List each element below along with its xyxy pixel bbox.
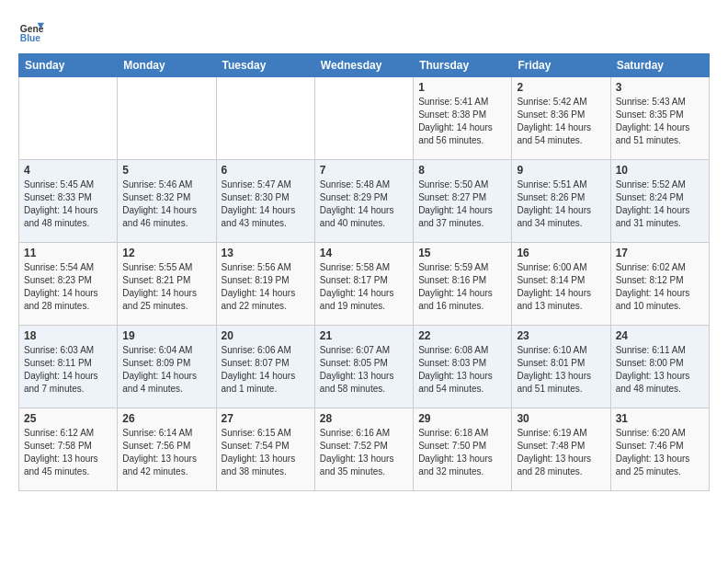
- day-number: 28: [320, 412, 408, 425]
- day-of-week-header: Thursday: [414, 54, 512, 77]
- calendar-cell: 29Sunrise: 6:18 AMSunset: 7:50 PMDayligh…: [414, 408, 512, 491]
- day-info: Sunrise: 5:52 AMSunset: 8:24 PMDaylight:…: [616, 178, 704, 230]
- day-of-week-header: Friday: [512, 54, 610, 77]
- day-info: Sunrise: 6:12 AMSunset: 7:58 PMDaylight:…: [24, 427, 112, 478]
- day-number: 21: [320, 329, 408, 342]
- day-info: Sunrise: 5:43 AMSunset: 8:35 PMDaylight:…: [616, 96, 704, 147]
- day-info: Sunrise: 5:46 AMSunset: 8:32 PMDaylight:…: [122, 178, 210, 230]
- calendar-cell: 9Sunrise: 5:51 AMSunset: 8:26 PMDaylight…: [512, 160, 610, 243]
- day-number: 10: [616, 164, 704, 177]
- day-of-week-header: Wednesday: [314, 54, 413, 77]
- day-info: Sunrise: 5:59 AMSunset: 8:16 PMDaylight:…: [418, 261, 506, 313]
- day-number: 14: [320, 247, 408, 259]
- calendar-week-row: 1Sunrise: 5:41 AMSunset: 8:38 PMDaylight…: [19, 77, 710, 160]
- day-info: Sunrise: 6:14 AMSunset: 7:56 PMDaylight:…: [122, 427, 210, 478]
- calendar-cell: 25Sunrise: 6:12 AMSunset: 7:58 PMDayligh…: [19, 408, 118, 491]
- calendar-header: SundayMondayTuesdayWednesdayThursdayFrid…: [19, 54, 710, 77]
- day-number: 29: [418, 412, 506, 425]
- calendar-cell: 12Sunrise: 5:55 AMSunset: 8:21 PMDayligh…: [118, 243, 216, 326]
- day-info: Sunrise: 5:51 AMSunset: 8:26 PMDaylight:…: [517, 178, 605, 230]
- day-info: Sunrise: 6:02 AMSunset: 8:12 PMDaylight:…: [616, 261, 704, 313]
- day-number: 6: [222, 164, 310, 177]
- calendar-cell: 22Sunrise: 6:08 AMSunset: 8:03 PMDayligh…: [414, 326, 512, 408]
- calendar-cell: 6Sunrise: 5:47 AMSunset: 8:30 PMDaylight…: [216, 160, 314, 243]
- day-info: Sunrise: 6:19 AMSunset: 7:48 PMDaylight:…: [517, 427, 605, 478]
- day-number: 15: [418, 247, 506, 259]
- calendar-cell: 28Sunrise: 6:16 AMSunset: 7:52 PMDayligh…: [314, 408, 413, 491]
- day-number: 24: [616, 329, 704, 342]
- day-number: 23: [517, 329, 605, 342]
- day-number: 11: [24, 247, 112, 259]
- day-info: Sunrise: 5:50 AMSunset: 8:27 PMDaylight:…: [418, 178, 506, 230]
- calendar-cell: 2Sunrise: 5:42 AMSunset: 8:36 PMDaylight…: [512, 77, 610, 160]
- day-number: 22: [418, 329, 506, 342]
- calendar-cell: 15Sunrise: 5:59 AMSunset: 8:16 PMDayligh…: [414, 243, 512, 326]
- calendar-cell: 11Sunrise: 5:54 AMSunset: 8:23 PMDayligh…: [19, 243, 118, 326]
- day-number: 17: [616, 247, 704, 259]
- day-info: Sunrise: 6:08 AMSunset: 8:03 PMDaylight:…: [418, 344, 506, 396]
- day-info: Sunrise: 5:45 AMSunset: 8:33 PMDaylight:…: [24, 178, 112, 230]
- calendar-cell: 20Sunrise: 6:06 AMSunset: 8:07 PMDayligh…: [216, 326, 314, 408]
- day-number: 8: [418, 164, 506, 177]
- day-number: 7: [320, 164, 408, 177]
- day-number: 2: [517, 81, 605, 94]
- day-info: Sunrise: 5:54 AMSunset: 8:23 PMDaylight:…: [24, 261, 112, 313]
- calendar-cell: [118, 77, 216, 160]
- calendar-cell: [19, 77, 118, 160]
- calendar-week-row: 11Sunrise: 5:54 AMSunset: 8:23 PMDayligh…: [19, 243, 710, 326]
- day-info: Sunrise: 6:04 AMSunset: 8:09 PMDaylight:…: [122, 344, 210, 396]
- calendar-cell: 19Sunrise: 6:04 AMSunset: 8:09 PMDayligh…: [118, 326, 216, 408]
- calendar-cell: 31Sunrise: 6:20 AMSunset: 7:46 PMDayligh…: [610, 408, 709, 491]
- logo-icon: General Blue: [18, 18, 44, 44]
- day-number: 20: [222, 329, 310, 342]
- day-info: Sunrise: 6:20 AMSunset: 7:46 PMDaylight:…: [616, 427, 704, 478]
- day-of-week-header: Monday: [118, 54, 216, 77]
- day-number: 13: [222, 247, 310, 259]
- day-info: Sunrise: 6:10 AMSunset: 8:01 PMDaylight:…: [517, 344, 605, 396]
- calendar-table: SundayMondayTuesdayWednesdayThursdayFrid…: [18, 53, 710, 491]
- calendar-body: 1Sunrise: 5:41 AMSunset: 8:38 PMDaylight…: [19, 77, 710, 491]
- page-header: General Blue: [18, 18, 710, 44]
- day-number: 3: [616, 81, 704, 94]
- day-info: Sunrise: 6:06 AMSunset: 8:07 PMDaylight:…: [222, 344, 310, 396]
- calendar-week-row: 25Sunrise: 6:12 AMSunset: 7:58 PMDayligh…: [19, 408, 710, 491]
- day-number: 5: [122, 164, 210, 177]
- day-of-week-header: Tuesday: [216, 54, 314, 77]
- calendar-cell: 1Sunrise: 5:41 AMSunset: 8:38 PMDaylight…: [414, 77, 512, 160]
- logo: General Blue: [18, 18, 44, 44]
- svg-text:Blue: Blue: [20, 33, 41, 43]
- calendar-cell: 8Sunrise: 5:50 AMSunset: 8:27 PMDaylight…: [414, 160, 512, 243]
- calendar-cell: 16Sunrise: 6:00 AMSunset: 8:14 PMDayligh…: [512, 243, 610, 326]
- day-info: Sunrise: 5:41 AMSunset: 8:38 PMDaylight:…: [418, 96, 506, 147]
- day-info: Sunrise: 5:56 AMSunset: 8:19 PMDaylight:…: [222, 261, 310, 313]
- day-number: 18: [24, 329, 112, 342]
- day-info: Sunrise: 5:55 AMSunset: 8:21 PMDaylight:…: [122, 261, 210, 313]
- calendar-cell: 14Sunrise: 5:58 AMSunset: 8:17 PMDayligh…: [314, 243, 413, 326]
- day-info: Sunrise: 6:11 AMSunset: 8:00 PMDaylight:…: [616, 344, 704, 396]
- day-info: Sunrise: 6:00 AMSunset: 8:14 PMDaylight:…: [517, 261, 605, 313]
- calendar-cell: 18Sunrise: 6:03 AMSunset: 8:11 PMDayligh…: [19, 326, 118, 408]
- calendar-cell: 4Sunrise: 5:45 AMSunset: 8:33 PMDaylight…: [19, 160, 118, 243]
- day-number: 19: [122, 329, 210, 342]
- day-number: 9: [517, 164, 605, 177]
- day-number: 31: [616, 412, 704, 425]
- calendar-cell: 13Sunrise: 5:56 AMSunset: 8:19 PMDayligh…: [216, 243, 314, 326]
- day-info: Sunrise: 5:58 AMSunset: 8:17 PMDaylight:…: [320, 261, 408, 313]
- day-info: Sunrise: 6:16 AMSunset: 7:52 PMDaylight:…: [320, 427, 408, 478]
- day-info: Sunrise: 6:15 AMSunset: 7:54 PMDaylight:…: [222, 427, 310, 478]
- calendar-cell: 30Sunrise: 6:19 AMSunset: 7:48 PMDayligh…: [512, 408, 610, 491]
- day-number: 12: [122, 247, 210, 259]
- day-of-week-header: Sunday: [19, 54, 118, 77]
- day-number: 27: [222, 412, 310, 425]
- calendar-cell: 23Sunrise: 6:10 AMSunset: 8:01 PMDayligh…: [512, 326, 610, 408]
- calendar-cell: 17Sunrise: 6:02 AMSunset: 8:12 PMDayligh…: [610, 243, 709, 326]
- calendar-cell: 5Sunrise: 5:46 AMSunset: 8:32 PMDaylight…: [118, 160, 216, 243]
- calendar-week-row: 18Sunrise: 6:03 AMSunset: 8:11 PMDayligh…: [19, 326, 710, 408]
- calendar-cell: [216, 77, 314, 160]
- calendar-cell: 24Sunrise: 6:11 AMSunset: 8:00 PMDayligh…: [610, 326, 709, 408]
- calendar-cell: 21Sunrise: 6:07 AMSunset: 8:05 PMDayligh…: [314, 326, 413, 408]
- calendar-cell: [314, 77, 413, 160]
- day-info: Sunrise: 5:47 AMSunset: 8:30 PMDaylight:…: [222, 178, 310, 230]
- calendar-cell: 10Sunrise: 5:52 AMSunset: 8:24 PMDayligh…: [610, 160, 709, 243]
- day-info: Sunrise: 6:03 AMSunset: 8:11 PMDaylight:…: [24, 344, 112, 396]
